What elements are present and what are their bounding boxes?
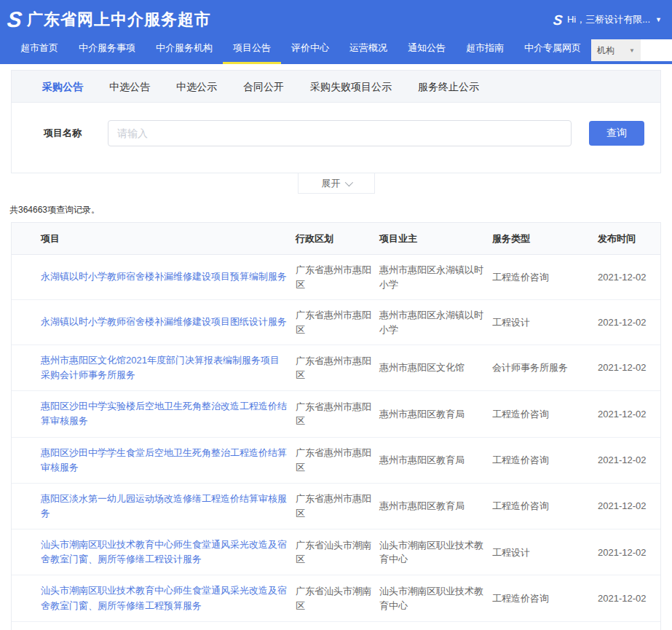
table-row: 永湖镇以时小学教师宿舍楼补漏维修建设项目图纸设计服务广东省惠州市惠阳区惠州市惠阳… <box>12 300 660 345</box>
publish-date-cell: 2021-12-02 <box>598 453 660 468</box>
nav-item-中介专属网页[interactable]: 中介专属网页 <box>514 42 591 64</box>
owner-cell-text: 惠州市惠阳区教育局 <box>379 454 465 465</box>
service-type-cell: 工程设计 <box>492 315 598 330</box>
service-type-cell: 工程造价咨询 <box>492 453 598 468</box>
project-link[interactable]: 惠阳区沙田中学实验楼后空地卫生死角整治改造工程造价结算审核服务 <box>41 399 288 428</box>
region-cell-text: 广东省汕头市潮南区 <box>296 540 371 565</box>
tab-中选公示[interactable]: 中选公示 <box>163 71 230 103</box>
publish-date-cell-text: 2021-12-02 <box>598 547 647 558</box>
project-cell: 惠阳区沙田中学学生食堂后空地卫生死角整治工程造价结算审核服务 <box>12 446 296 475</box>
nav-item-中介服务事项[interactable]: 中介服务事项 <box>68 42 146 64</box>
nav-item-通知公告[interactable]: 通知公告 <box>398 42 456 64</box>
page-body: 采购公告中选公告中选公示合同公开采购失败项目公示服务终止公示 项目名称 查询 展… <box>0 64 672 630</box>
service-type-cell: 工程造价咨询 <box>492 270 598 285</box>
owner-cell: 汕头市潮南区职业技术教育中心 <box>379 584 492 613</box>
project-cell: 汕头市潮南区职业技术教育中心师生食堂通风采光改造及宿舍教室门窗、厕所等修缮工程设… <box>12 538 296 567</box>
service-type-cell: 工程设计 <box>492 546 598 560</box>
service-type-cell: 工程造价咨询 <box>492 591 598 606</box>
publish-date-cell-text: 2021-12-02 <box>598 362 647 373</box>
site-logo-icon: S <box>6 9 22 31</box>
publish-date-cell-text: 2021-12-02 <box>598 317 647 328</box>
nav-item-中介服务机构[interactable]: 中介服务机构 <box>146 42 223 64</box>
tab-采购公告[interactable]: 采购公告 <box>29 71 96 103</box>
project-link[interactable]: 惠阳区淡水第一幼儿园运动场改造修缮工程造价结算审核服务 <box>41 492 288 521</box>
tab-采购失败项目公示[interactable]: 采购失败项目公示 <box>297 71 405 103</box>
expand-toggle[interactable]: 展开 <box>298 173 375 194</box>
region-cell: 广东省惠州市惠阳区 <box>296 308 379 336</box>
search-category-select[interactable]: 机构 ▼ <box>591 39 641 61</box>
user-logo-icon: S <box>553 13 563 27</box>
user-caret-down-icon: ▼ <box>655 16 662 23</box>
region-cell: 广东省惠州市惠阳区 <box>296 263 379 291</box>
region-cell-text: 广东省惠州市惠阳区 <box>296 310 371 335</box>
publish-date-cell-text: 2021-12-02 <box>598 272 647 283</box>
table-row: 汕头市潮南区职业技术教育中心师生食堂通风采光改造及宿舍教室门窗、厕所等修缮工程预… <box>12 575 660 621</box>
project-name-label: 项目名称 <box>44 127 108 140</box>
region-cell-text: 广东省惠州市惠阳区 <box>296 447 371 473</box>
search-panel: 采购公告中选公告中选公示合同公开采购失败项目公示服务终止公示 项目名称 查询 <box>11 70 661 173</box>
service-type-cell-text: 工程造价咨询 <box>492 500 549 511</box>
project-link[interactable]: 汕头市潮南区职业技术教育中心师生食堂通风采光改造及宿舍教室门窗、厕所等修缮工程预… <box>41 583 288 613</box>
filter-form: 项目名称 查询 <box>12 103 660 173</box>
header-search-input[interactable] <box>641 39 672 61</box>
service-type-cell: 工程造价咨询 <box>492 499 598 513</box>
user-greeting: Hi，三桥设计有限... <box>567 13 650 26</box>
select-caret-down-icon: ▼ <box>629 47 635 54</box>
query-button[interactable]: 查询 <box>589 121 644 146</box>
table-row: 永湖镇以时小学教师宿舍楼补漏维修建设项目预算编制服务广东省惠州市惠阳区惠州市惠阳… <box>12 255 660 300</box>
table-row: 惠阳区沙田中学实验楼后空地卫生死角整治改造工程造价结算审核服务广东省惠州市惠阳区… <box>12 391 660 437</box>
region-cell-text: 广东省惠州市惠阳区 <box>296 264 371 290</box>
search-category-value: 机构 <box>597 44 614 57</box>
publish-date-cell: 2021-12-02 <box>598 546 660 560</box>
owner-cell-text: 惠州市惠阳区永湖镇以时小学 <box>379 264 483 290</box>
project-link[interactable]: 惠州市惠阳区文化馆2021年度部门决算报表编制服务项目采购会计师事务所服务 <box>41 353 288 382</box>
owner-cell: 惠州市惠阳区永湖镇以时小学 <box>379 308 492 336</box>
column-header: 项目 <box>12 232 296 245</box>
service-type-cell-text: 工程造价咨询 <box>492 272 549 283</box>
region-cell: 广东省惠州市惠阳区 <box>296 446 379 474</box>
site-header: S 广东省网上中介服务超市 S Hi，三桥设计有限... ▼ 超市首页中介服务事… <box>0 0 672 64</box>
brand: S 广东省网上中介服务超市 <box>7 9 211 31</box>
region-cell: 广东省汕头市潮南区 <box>296 538 379 567</box>
owner-cell-text: 惠州市惠阳区教育局 <box>379 409 465 420</box>
nav-item-项目公告[interactable]: 项目公告 <box>223 42 281 64</box>
owner-cell: 惠州市惠阳区文化馆 <box>379 361 492 375</box>
service-type-cell: 会计师事务所服务 <box>492 361 598 375</box>
owner-cell-text: 惠州市惠阳区文化馆 <box>379 362 465 373</box>
table-header-row: 项目行政区划项目业主服务类型发布时间 <box>12 223 660 255</box>
column-header: 发布时间 <box>598 232 660 245</box>
project-link[interactable]: 永湖镇以时小学教师宿舍楼补漏维修建设项目预算编制服务 <box>41 269 288 284</box>
publish-date-cell: 2021-12-02 <box>598 315 660 330</box>
main-nav: 超市首页中介服务事项中介服务机构项目公告评价中心运营概况通知公告超市指南中介专属… <box>10 39 591 64</box>
nav-item-运营概况[interactable]: 运营概况 <box>339 42 398 64</box>
service-type-cell-text: 工程设计 <box>492 317 530 328</box>
nav-item-评价中心[interactable]: 评价中心 <box>281 42 339 64</box>
owner-cell: 惠州市惠阳区教育局 <box>379 453 492 468</box>
nav-item-超市指南[interactable]: 超市指南 <box>456 42 514 64</box>
owner-cell: 惠州市惠阳区教育局 <box>379 499 492 513</box>
nav-item-超市首页[interactable]: 超市首页 <box>10 42 68 64</box>
owner-cell-text: 惠州市惠阳区教育局 <box>379 500 465 511</box>
column-header: 项目业主 <box>379 232 492 245</box>
service-type-cell-text: 工程造价咨询 <box>492 593 549 604</box>
column-header: 服务类型 <box>492 232 598 245</box>
region-cell: 广东省惠州市惠阳区 <box>296 492 379 520</box>
publish-date-cell: 2021-12-02 <box>598 270 660 285</box>
user-menu[interactable]: S Hi，三桥设计有限... ▼ <box>553 13 662 27</box>
table-row: 惠阳区沙田中学学生食堂后空地卫生死角整治工程造价结算审核服务广东省惠州市惠阳区惠… <box>12 438 660 484</box>
project-link[interactable]: 汕头市潮南区职业技术教育中心师生食堂通风采光改造及宿舍教室门窗、厕所等修缮工程设… <box>41 538 288 567</box>
project-name-input[interactable] <box>108 120 572 146</box>
service-type-cell-text: 工程设计 <box>492 547 530 558</box>
tab-合同公开[interactable]: 合同公开 <box>230 71 297 103</box>
project-link[interactable]: 永湖镇以时小学教师宿舍楼补漏维修建设项目图纸设计服务 <box>41 315 288 329</box>
owner-cell: 惠州市惠阳区永湖镇以时小学 <box>379 263 492 291</box>
tab-服务终止公示[interactable]: 服务终止公示 <box>405 71 492 103</box>
tab-中选公告[interactable]: 中选公告 <box>96 71 163 103</box>
project-link[interactable]: 惠阳区沙田中学学生食堂后空地卫生死角整治工程造价结算审核服务 <box>41 446 288 475</box>
table-row: 汕头市潮南区职业技术教育中心师生食堂通风采光改造及宿舍教室门窗、厕所等修缮工程设… <box>12 529 660 575</box>
table-row: 惠阳区淡水第一幼儿园运动场改造修缮工程造价结算审核服务广东省惠州市惠阳区惠州市惠… <box>12 484 660 529</box>
service-type-cell-text: 工程造价咨询 <box>492 409 549 420</box>
service-type-cell: 工程造价咨询 <box>492 407 598 422</box>
region-cell: 广东省惠州市惠阳区 <box>296 400 379 428</box>
results-summary: 共364663项查询记录。 <box>9 204 661 216</box>
